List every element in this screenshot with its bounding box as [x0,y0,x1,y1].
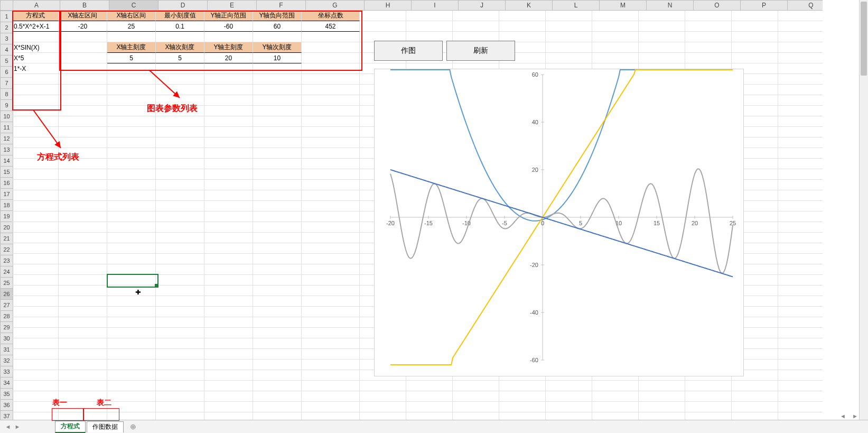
row-6[interactable]: 6 [0,67,13,78]
horizontal-scroll-arrows[interactable]: ◄ ► [838,412,860,420]
cell[interactable] [685,402,732,412]
cell[interactable] [685,42,732,53]
cell[interactable]: 0.5*X^2+X-1 [12,21,59,32]
cell[interactable] [204,201,253,211]
cell[interactable] [302,233,360,243]
cell[interactable] [302,159,360,169]
cell[interactable] [499,391,546,402]
cell[interactable] [253,148,302,159]
cell[interactable] [59,317,107,328]
cell[interactable] [253,307,302,317]
cell[interactable]: 25 [107,21,156,32]
cell[interactable]: -60 [204,21,253,32]
cell[interactable] [302,32,360,42]
cell[interactable] [156,222,204,233]
cell[interactable] [156,74,204,85]
cell[interactable] [253,328,302,338]
cell[interactable] [59,116,107,127]
scroll-left-icon[interactable]: ◄ [838,413,847,419]
cell[interactable] [778,307,823,317]
cell[interactable] [302,211,360,222]
cell[interactable] [156,148,204,159]
cell[interactable] [253,85,302,95]
cell[interactable]: Y轴主刻度 [204,42,253,53]
cell[interactable] [156,137,204,148]
cell[interactable] [453,402,499,412]
cell[interactable] [499,21,546,32]
cell[interactable] [107,275,156,285]
cell[interactable] [59,254,107,264]
cell[interactable]: 方程式 [12,11,59,21]
col-J[interactable]: J [459,0,506,11]
cell[interactable] [59,307,107,317]
cell[interactable] [732,42,778,53]
cell[interactable] [302,285,360,296]
cell[interactable]: Y轴次刻度 [253,42,302,53]
cell[interactable] [302,243,360,254]
cell[interactable] [59,74,107,85]
cell[interactable] [546,402,592,412]
row-20[interactable]: 20 [0,222,13,233]
row-35[interactable]: 35 [0,389,13,400]
row-31[interactable]: 31 [0,344,13,355]
cell[interactable] [778,11,823,21]
tab-nav-prev-icon[interactable]: ◄ [3,422,13,431]
cell[interactable] [778,264,823,275]
cell[interactable] [204,285,253,296]
cell[interactable] [59,328,107,338]
cell[interactable] [302,402,360,412]
cell[interactable]: 452 [302,21,360,32]
cell[interactable] [59,169,107,180]
row-29[interactable]: 29 [0,322,13,333]
cell[interactable] [12,169,59,180]
row-5[interactable]: 5 [0,56,13,67]
cell[interactable] [406,391,453,402]
cell[interactable] [204,169,253,180]
cell[interactable] [12,222,59,233]
cell[interactable] [732,402,778,412]
cell[interactable] [592,391,639,402]
scroll-right-icon[interactable]: ► [851,413,860,419]
row-7[interactable]: 7 [0,78,13,89]
cell[interactable] [12,95,59,106]
cell[interactable] [302,370,360,381]
cell[interactable] [302,264,360,275]
cell[interactable] [302,137,360,148]
cell[interactable] [778,201,823,211]
row-1[interactable]: 1 [0,11,13,22]
cell[interactable] [59,243,107,254]
cell[interactable] [12,264,59,275]
cell[interactable] [778,243,823,254]
cell[interactable] [12,211,59,222]
cell[interactable] [156,180,204,190]
cell[interactable] [499,402,546,412]
cell[interactable] [778,95,823,106]
cell[interactable]: X*5 [12,53,59,63]
cell[interactable] [12,370,59,381]
cell[interactable] [107,243,156,254]
cell[interactable] [778,85,823,95]
col-C[interactable]: C [109,0,158,11]
cell[interactable] [253,159,302,169]
cell[interactable] [778,21,823,32]
cell[interactable] [204,32,253,42]
row-21[interactable]: 21 [0,233,13,244]
cell[interactable] [107,360,156,370]
cell[interactable] [156,95,204,106]
cell[interactable] [12,243,59,254]
cell[interactable] [107,381,156,391]
cell[interactable] [156,370,204,381]
cell[interactable]: 1*-X [12,63,59,74]
cell[interactable] [12,391,59,402]
cell[interactable] [302,338,360,349]
row-28[interactable]: 28 [0,311,13,322]
col-F[interactable]: F [257,0,306,11]
cell[interactable] [59,370,107,381]
cell[interactable] [204,95,253,106]
cell[interactable] [12,285,59,296]
cell[interactable] [253,222,302,233]
cell[interactable] [592,381,639,391]
col-B[interactable]: B [60,0,109,11]
cell[interactable]: 20 [204,53,253,63]
cell[interactable] [253,32,302,42]
